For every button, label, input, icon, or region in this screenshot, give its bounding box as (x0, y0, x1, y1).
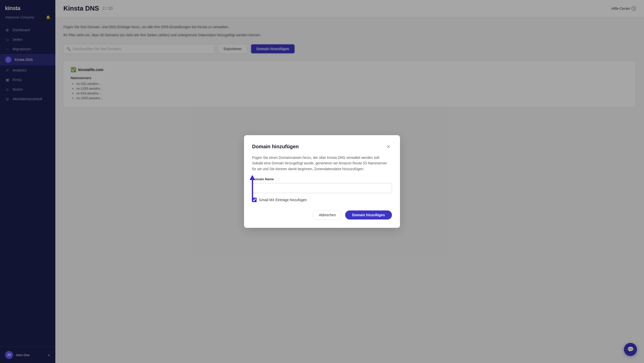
modal-footer: Abbrechen Domain hinzufügen (252, 210, 392, 220)
modal-header: Domain hinzufügen ✕ (252, 143, 392, 150)
add-domain-modal: Domain hinzufügen ✕ Fügen Sie einen Doma… (244, 135, 400, 228)
modal-title: Domain hinzufügen (252, 144, 299, 150)
domain-name-label: Domain Name (252, 177, 392, 181)
cancel-button[interactable]: Abbrechen (312, 210, 342, 220)
domain-name-input[interactable] (252, 183, 392, 193)
checkbox-row: Gmail MX Einträge hinzufügen (252, 198, 392, 202)
gmail-mx-label: Gmail MX Einträge hinzufügen (259, 198, 307, 202)
gmail-mx-checkbox[interactable] (252, 198, 257, 202)
add-domain-modal-button[interactable]: Domain hinzufügen (345, 210, 392, 220)
modal-overlay[interactable]: Domain hinzufügen ✕ Fügen Sie einen Doma… (0, 0, 644, 363)
modal-close-button[interactable]: ✕ (385, 143, 392, 150)
modal-description: Fügen Sie einen Domainnamen hinzu, der ü… (252, 155, 392, 172)
